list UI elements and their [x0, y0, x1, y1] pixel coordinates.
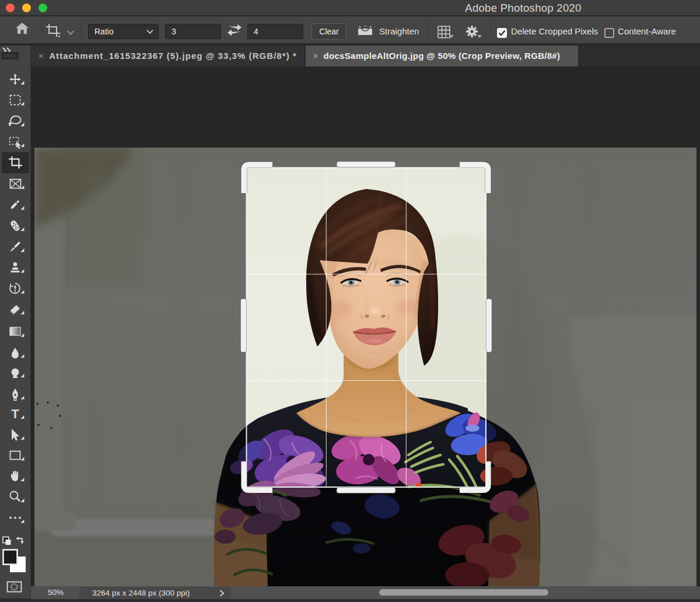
svg-text:T: T — [11, 407, 19, 421]
